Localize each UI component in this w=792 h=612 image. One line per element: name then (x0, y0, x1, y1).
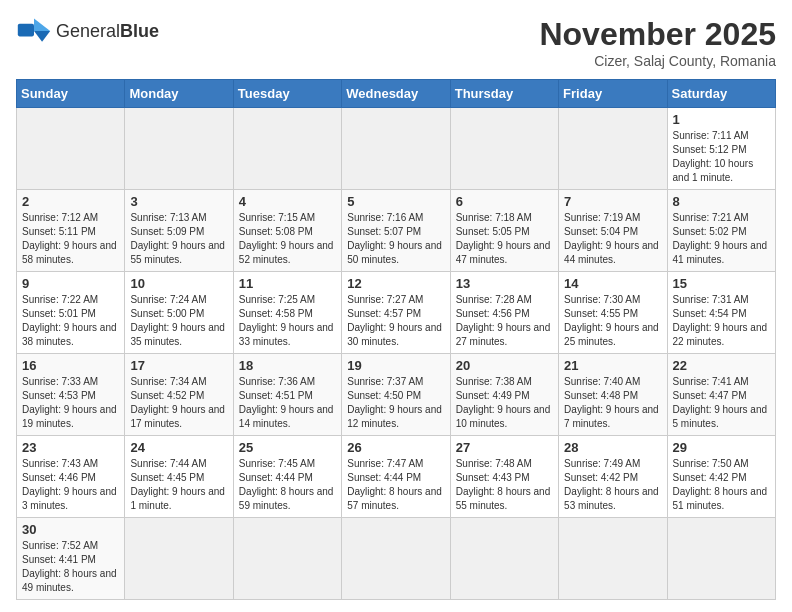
day-info: Sunrise: 7:24 AM Sunset: 5:00 PM Dayligh… (130, 293, 227, 349)
logo: GeneralBlue (16, 16, 159, 46)
svg-marker-2 (34, 31, 50, 42)
calendar-day-cell: 13Sunrise: 7:28 AM Sunset: 4:56 PM Dayli… (450, 272, 558, 354)
day-info: Sunrise: 7:52 AM Sunset: 4:41 PM Dayligh… (22, 539, 119, 595)
calendar-day-cell: 29Sunrise: 7:50 AM Sunset: 4:42 PM Dayli… (667, 436, 775, 518)
day-info: Sunrise: 7:19 AM Sunset: 5:04 PM Dayligh… (564, 211, 661, 267)
calendar-week-row: 30Sunrise: 7:52 AM Sunset: 4:41 PM Dayli… (17, 518, 776, 600)
page-header: GeneralBlue November 2025 Cizer, Salaj C… (16, 16, 776, 69)
day-info: Sunrise: 7:31 AM Sunset: 4:54 PM Dayligh… (673, 293, 770, 349)
calendar-week-row: 2Sunrise: 7:12 AM Sunset: 5:11 PM Daylig… (17, 190, 776, 272)
calendar-day-cell (342, 518, 450, 600)
day-info: Sunrise: 7:18 AM Sunset: 5:05 PM Dayligh… (456, 211, 553, 267)
calendar-day-cell: 3Sunrise: 7:13 AM Sunset: 5:09 PM Daylig… (125, 190, 233, 272)
calendar-day-cell (450, 518, 558, 600)
calendar-day-cell: 12Sunrise: 7:27 AM Sunset: 4:57 PM Dayli… (342, 272, 450, 354)
day-number: 1 (673, 112, 770, 127)
day-info: Sunrise: 7:40 AM Sunset: 4:48 PM Dayligh… (564, 375, 661, 431)
day-number: 24 (130, 440, 227, 455)
day-info: Sunrise: 7:49 AM Sunset: 4:42 PM Dayligh… (564, 457, 661, 513)
calendar-title: November 2025 (539, 16, 776, 53)
calendar-table: SundayMondayTuesdayWednesdayThursdayFrid… (16, 79, 776, 600)
calendar-day-cell: 24Sunrise: 7:44 AM Sunset: 4:45 PM Dayli… (125, 436, 233, 518)
day-number: 29 (673, 440, 770, 455)
day-number: 22 (673, 358, 770, 373)
svg-marker-1 (34, 18, 50, 31)
day-number: 28 (564, 440, 661, 455)
day-info: Sunrise: 7:47 AM Sunset: 4:44 PM Dayligh… (347, 457, 444, 513)
day-number: 30 (22, 522, 119, 537)
day-info: Sunrise: 7:25 AM Sunset: 4:58 PM Dayligh… (239, 293, 336, 349)
day-info: Sunrise: 7:27 AM Sunset: 4:57 PM Dayligh… (347, 293, 444, 349)
day-number: 2 (22, 194, 119, 209)
day-info: Sunrise: 7:34 AM Sunset: 4:52 PM Dayligh… (130, 375, 227, 431)
calendar-day-cell: 11Sunrise: 7:25 AM Sunset: 4:58 PM Dayli… (233, 272, 341, 354)
calendar-day-cell: 2Sunrise: 7:12 AM Sunset: 5:11 PM Daylig… (17, 190, 125, 272)
day-number: 5 (347, 194, 444, 209)
day-info: Sunrise: 7:13 AM Sunset: 5:09 PM Dayligh… (130, 211, 227, 267)
day-number: 21 (564, 358, 661, 373)
logo-text: GeneralBlue (56, 21, 159, 42)
day-number: 3 (130, 194, 227, 209)
day-info: Sunrise: 7:38 AM Sunset: 4:49 PM Dayligh… (456, 375, 553, 431)
calendar-day-cell: 9Sunrise: 7:22 AM Sunset: 5:01 PM Daylig… (17, 272, 125, 354)
day-number: 17 (130, 358, 227, 373)
day-number: 16 (22, 358, 119, 373)
calendar-day-cell: 21Sunrise: 7:40 AM Sunset: 4:48 PM Dayli… (559, 354, 667, 436)
day-info: Sunrise: 7:22 AM Sunset: 5:01 PM Dayligh… (22, 293, 119, 349)
calendar-day-cell (667, 518, 775, 600)
day-number: 4 (239, 194, 336, 209)
calendar-day-cell (125, 518, 233, 600)
calendar-day-cell: 1Sunrise: 7:11 AM Sunset: 5:12 PM Daylig… (667, 108, 775, 190)
day-number: 25 (239, 440, 336, 455)
day-of-week-header: Friday (559, 80, 667, 108)
day-number: 6 (456, 194, 553, 209)
day-info: Sunrise: 7:12 AM Sunset: 5:11 PM Dayligh… (22, 211, 119, 267)
calendar-week-row: 9Sunrise: 7:22 AM Sunset: 5:01 PM Daylig… (17, 272, 776, 354)
day-number: 12 (347, 276, 444, 291)
day-info: Sunrise: 7:30 AM Sunset: 4:55 PM Dayligh… (564, 293, 661, 349)
day-number: 15 (673, 276, 770, 291)
calendar-day-cell: 20Sunrise: 7:38 AM Sunset: 4:49 PM Dayli… (450, 354, 558, 436)
day-number: 19 (347, 358, 444, 373)
day-info: Sunrise: 7:15 AM Sunset: 5:08 PM Dayligh… (239, 211, 336, 267)
calendar-day-cell (559, 108, 667, 190)
day-info: Sunrise: 7:11 AM Sunset: 5:12 PM Dayligh… (673, 129, 770, 185)
day-info: Sunrise: 7:37 AM Sunset: 4:50 PM Dayligh… (347, 375, 444, 431)
day-of-week-header: Thursday (450, 80, 558, 108)
day-number: 8 (673, 194, 770, 209)
calendar-day-cell: 23Sunrise: 7:43 AM Sunset: 4:46 PM Dayli… (17, 436, 125, 518)
day-info: Sunrise: 7:33 AM Sunset: 4:53 PM Dayligh… (22, 375, 119, 431)
day-number: 11 (239, 276, 336, 291)
day-info: Sunrise: 7:16 AM Sunset: 5:07 PM Dayligh… (347, 211, 444, 267)
calendar-day-cell (233, 108, 341, 190)
calendar-week-row: 23Sunrise: 7:43 AM Sunset: 4:46 PM Dayli… (17, 436, 776, 518)
day-number: 7 (564, 194, 661, 209)
calendar-day-cell: 19Sunrise: 7:37 AM Sunset: 4:50 PM Dayli… (342, 354, 450, 436)
day-number: 27 (456, 440, 553, 455)
calendar-day-cell (17, 108, 125, 190)
calendar-week-row: 16Sunrise: 7:33 AM Sunset: 4:53 PM Dayli… (17, 354, 776, 436)
calendar-day-cell: 10Sunrise: 7:24 AM Sunset: 5:00 PM Dayli… (125, 272, 233, 354)
day-of-week-header: Monday (125, 80, 233, 108)
calendar-day-cell: 28Sunrise: 7:49 AM Sunset: 4:42 PM Dayli… (559, 436, 667, 518)
day-info: Sunrise: 7:50 AM Sunset: 4:42 PM Dayligh… (673, 457, 770, 513)
calendar-day-cell: 7Sunrise: 7:19 AM Sunset: 5:04 PM Daylig… (559, 190, 667, 272)
calendar-day-cell (559, 518, 667, 600)
day-info: Sunrise: 7:28 AM Sunset: 4:56 PM Dayligh… (456, 293, 553, 349)
calendar-header-row: SundayMondayTuesdayWednesdayThursdayFrid… (17, 80, 776, 108)
logo-icon (16, 16, 52, 46)
calendar-day-cell: 15Sunrise: 7:31 AM Sunset: 4:54 PM Dayli… (667, 272, 775, 354)
calendar-day-cell: 17Sunrise: 7:34 AM Sunset: 4:52 PM Dayli… (125, 354, 233, 436)
calendar-day-cell: 18Sunrise: 7:36 AM Sunset: 4:51 PM Dayli… (233, 354, 341, 436)
calendar-day-cell: 30Sunrise: 7:52 AM Sunset: 4:41 PM Dayli… (17, 518, 125, 600)
day-number: 14 (564, 276, 661, 291)
day-info: Sunrise: 7:43 AM Sunset: 4:46 PM Dayligh… (22, 457, 119, 513)
svg-rect-0 (18, 24, 34, 37)
day-number: 9 (22, 276, 119, 291)
day-info: Sunrise: 7:48 AM Sunset: 4:43 PM Dayligh… (456, 457, 553, 513)
day-number: 10 (130, 276, 227, 291)
day-of-week-header: Sunday (17, 80, 125, 108)
day-number: 13 (456, 276, 553, 291)
calendar-day-cell: 16Sunrise: 7:33 AM Sunset: 4:53 PM Dayli… (17, 354, 125, 436)
day-info: Sunrise: 7:41 AM Sunset: 4:47 PM Dayligh… (673, 375, 770, 431)
